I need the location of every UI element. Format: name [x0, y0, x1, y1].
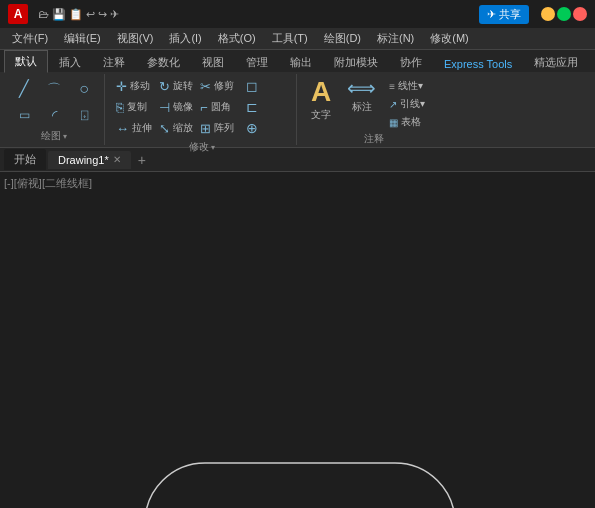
ribbon-group-annotation: A 文字 ⟺ 标注 ≡ 线性▾ ↗ 引线▾ ▦ 表格: [299, 74, 449, 145]
tool-array[interactable]: ⊞ 阵列: [197, 120, 237, 137]
share-button[interactable]: ✈ 共享: [479, 5, 529, 24]
tab-start[interactable]: 开始: [4, 149, 46, 170]
tab-drawing1-close[interactable]: ✕: [113, 154, 121, 165]
menu-format[interactable]: 格式(O): [210, 29, 264, 48]
tool-rotate[interactable]: ↻ 旋转: [156, 78, 196, 95]
menu-edit[interactable]: 编辑(E): [56, 29, 109, 48]
new-tab-button[interactable]: +: [133, 151, 151, 169]
window-controls: [541, 7, 587, 21]
tool-erase[interactable]: ◻: [238, 76, 266, 96]
ribbon-group-modify: ✛ 移动 ↻ 旋转 ✂ 修剪 ◻ ⎘ 复制 ⊣ 镜像: [107, 74, 297, 145]
tab-annotation[interactable]: 注释: [92, 51, 136, 73]
menu-tools[interactable]: 工具(T): [264, 29, 316, 48]
menu-bar: 文件(F) 编辑(E) 视图(V) 插入(I) 格式(O) 工具(T) 绘图(D…: [0, 28, 595, 50]
tab-apps[interactable]: 精选应用: [523, 51, 589, 73]
tool-stretch[interactable]: ↔ 拉伸: [113, 120, 155, 137]
svg-rect-0: [145, 463, 455, 508]
tab-view[interactable]: 视图: [191, 51, 235, 73]
tab-addon[interactable]: 附加模块: [323, 51, 389, 73]
tab-express[interactable]: Express Tools: [433, 54, 523, 73]
tool-trim[interactable]: ✂ 修剪: [197, 78, 237, 95]
menu-file[interactable]: 文件(F): [4, 29, 56, 48]
tool-circle[interactable]: ○: [70, 79, 98, 99]
tool-scale[interactable]: ⤡ 缩放: [156, 120, 196, 137]
tool-offset[interactable]: ⊏: [238, 97, 266, 117]
tool-linestyle[interactable]: ≡ 线性▾: [386, 78, 428, 94]
tab-default[interactable]: 默认: [4, 50, 48, 73]
tool-mirror[interactable]: ⊣ 镜像: [156, 99, 196, 116]
tool-move[interactable]: ✛ 移动: [113, 78, 155, 95]
ribbon-group-draw: ╱ ⌒ ○ ▭ ◜ ⌺ 绘图 ▾: [4, 74, 105, 145]
doc-tabs: 开始 Drawing1* ✕ +: [0, 148, 595, 172]
menu-view[interactable]: 视图(V): [109, 29, 162, 48]
ribbon-tabs: 默认 插入 注释 参数化 视图 管理 输出 附加模块 协作 Express To…: [0, 50, 595, 72]
minimize-button[interactable]: [541, 7, 555, 21]
tool-leader[interactable]: ↗ 引线▾: [386, 96, 428, 112]
tool-table[interactable]: ▦ 表格: [386, 114, 428, 130]
tool-copy[interactable]: ⎘ 复制: [113, 99, 155, 116]
tab-drawing1[interactable]: Drawing1* ✕: [48, 151, 131, 169]
tool-arc[interactable]: ◜: [40, 106, 68, 124]
tab-parametric[interactable]: 参数化: [136, 51, 191, 73]
menu-modify[interactable]: 修改(M): [422, 29, 477, 48]
draw-group-arrow: ▾: [63, 132, 67, 141]
tool-polyline[interactable]: ⌒: [40, 80, 68, 98]
tab-action[interactable]: 协作: [389, 51, 433, 73]
tool-rect[interactable]: ▭: [10, 107, 38, 123]
maximize-button[interactable]: [557, 7, 571, 21]
ribbon-panel: ╱ ⌒ ○ ▭ ◜ ⌺ 绘图 ▾: [0, 72, 595, 148]
menu-insert[interactable]: 插入(I): [161, 29, 209, 48]
menu-dim[interactable]: 标注(N): [369, 29, 422, 48]
tab-insert[interactable]: 插入: [48, 51, 92, 73]
tool-explode[interactable]: ⊕: [238, 118, 266, 138]
tab-manage[interactable]: 管理: [235, 51, 279, 73]
tool-line[interactable]: ╱: [10, 79, 38, 99]
group-draw-label[interactable]: 绘图 ▾: [10, 127, 98, 143]
canvas-view-label: [-][俯视][二维线框]: [4, 176, 92, 191]
canvas-area: [-][俯视][二维线框]: [0, 172, 595, 508]
close-button[interactable]: [573, 7, 587, 21]
canvas-svg: [0, 172, 595, 508]
tool-text[interactable]: A 文字: [305, 76, 337, 124]
tool-fillet[interactable]: ⌐ 圆角: [197, 99, 237, 116]
tool-extra[interactable]: ⌺: [70, 107, 98, 123]
title-bar: A 🗁 💾 📋 ↩ ↪ ✈ ✈ 共享: [0, 0, 595, 28]
group-annotation-label: 注释: [305, 130, 443, 146]
tool-dim[interactable]: ⟺ 标注: [341, 76, 382, 116]
modify-group-arrow: ▾: [211, 143, 215, 152]
tab-output[interactable]: 输出: [279, 51, 323, 73]
menu-draw[interactable]: 绘图(D): [316, 29, 369, 48]
app-icon: A: [8, 4, 28, 24]
